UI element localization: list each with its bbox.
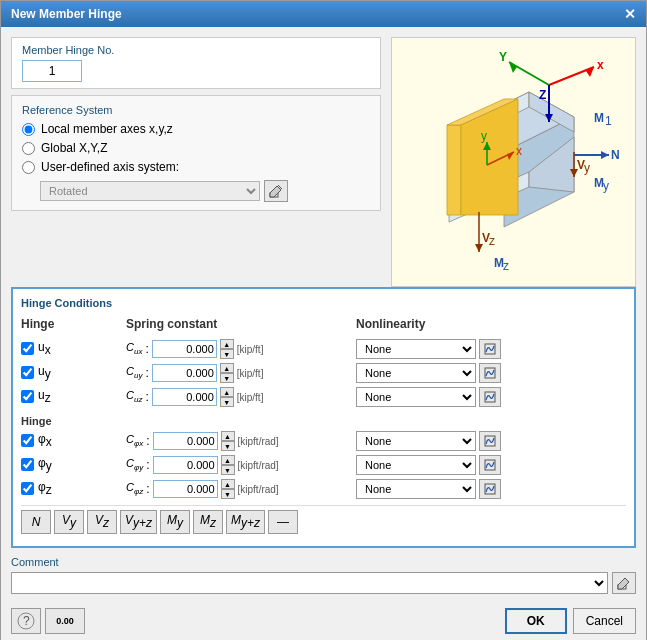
toolbar-btn-Vy[interactable]: Vy <box>54 510 84 534</box>
spin-phix-up[interactable]: ▲ <box>221 431 235 441</box>
value-phiz[interactable] <box>153 480 218 498</box>
member-hinge-group: Member Hinge No. 1 <box>11 37 381 89</box>
spin-phiy-up[interactable]: ▲ <box>221 455 235 465</box>
spin-phiz: ▲ ▼ <box>221 479 235 499</box>
spin-uz-up[interactable]: ▲ <box>220 387 234 397</box>
nl-btn-phiz[interactable] <box>479 479 501 499</box>
nl-dropdown-uz[interactable]: None <box>356 387 476 407</box>
svg-text:1: 1 <box>605 114 612 128</box>
row-ux: ux Cux : ▲ ▼ [kip/ft] None <box>21 339 626 359</box>
value-btn[interactable]: 0.00 <box>45 608 85 634</box>
spin-phiy-down[interactable]: ▼ <box>221 465 235 475</box>
checkbox-uz[interactable] <box>21 390 34 403</box>
nl-btn-phiy[interactable] <box>479 455 501 475</box>
value-ux[interactable] <box>152 340 217 358</box>
radio-global-input[interactable] <box>22 142 35 155</box>
checkbox-uy[interactable] <box>21 366 34 379</box>
svg-text:x: x <box>597 58 604 72</box>
value-uy[interactable] <box>152 364 217 382</box>
radio-global[interactable]: Global X,Y,Z <box>22 141 370 155</box>
function-icon-uy <box>484 367 496 379</box>
radio-group: Local member axes x,y,z Global X,Y,Z Use… <box>22 122 370 174</box>
toolbar-btn-dash[interactable]: — <box>268 510 298 534</box>
check-phix[interactable]: φx <box>21 432 126 449</box>
spin-uz-down[interactable]: ▼ <box>220 397 234 407</box>
check-ux[interactable]: ux <box>21 340 126 357</box>
coeff-phix: Cφx <box>126 433 143 448</box>
value-phiy[interactable] <box>153 456 218 474</box>
axis-system-dropdown[interactable]: Rotated <box>40 181 260 201</box>
check-phiy[interactable]: φy <box>21 456 126 473</box>
nl-btn-ux[interactable] <box>479 339 501 359</box>
nl-dropdown-ux[interactable]: None <box>356 339 476 359</box>
spin-ux-down[interactable]: ▼ <box>220 349 234 359</box>
nl-dropdown-phiy[interactable]: None <box>356 455 476 475</box>
radio-user[interactable]: User-defined axis system: <box>22 160 370 174</box>
checkbox-phiy[interactable] <box>21 458 34 471</box>
coeff-phiz: Cφz <box>126 481 143 496</box>
spring-phiy: Cφy : ▲ ▼ [kipft/rad] <box>126 455 356 475</box>
check-phiz[interactable]: φz <box>21 480 126 497</box>
label-phiy: φy <box>38 456 52 473</box>
toolbar-btn-VyVz[interactable]: Vy+z <box>120 510 157 534</box>
close-button[interactable]: ✕ <box>624 7 636 21</box>
spin-uz: ▲ ▼ <box>220 387 234 407</box>
svg-text:x: x <box>516 144 522 158</box>
checkbox-ux[interactable] <box>21 342 34 355</box>
row-phix: φx Cφx : ▲ ▼ [kipft/rad] None <box>21 431 626 451</box>
info-btn[interactable]: ? <box>11 608 41 634</box>
header-hinge: Hinge <box>21 317 126 331</box>
hinge-table-headers: Hinge Spring constant Nonlinearity <box>21 317 626 334</box>
spin-phiz-down[interactable]: ▼ <box>221 489 235 499</box>
check-uz[interactable]: uz <box>21 388 126 405</box>
spin-uy-up[interactable]: ▲ <box>220 363 234 373</box>
comment-edit-btn[interactable] <box>612 572 636 594</box>
spin-phiz-up[interactable]: ▲ <box>221 479 235 489</box>
dialog-body: Member Hinge No. 1 Reference System Loca… <box>1 27 646 640</box>
nl-dropdown-phix[interactable]: None <box>356 431 476 451</box>
spin-uy-down[interactable]: ▼ <box>220 373 234 383</box>
nl-btn-phix[interactable] <box>479 431 501 451</box>
checkbox-phiz[interactable] <box>21 482 34 495</box>
checkbox-phix[interactable] <box>21 434 34 447</box>
label-uz: uz <box>38 388 51 405</box>
toolbar-btn-Vz[interactable]: Vz <box>87 510 117 534</box>
nl-btn-uy[interactable] <box>479 363 501 383</box>
nl-phiy: None <box>356 455 626 475</box>
spring-uz: Cuz : ▲ ▼ [kip/ft] <box>126 387 356 407</box>
dialog-title: New Member Hinge <box>11 7 122 21</box>
comment-edit-icon <box>617 576 631 590</box>
toolbar-btn-MyMz[interactable]: My+z <box>226 510 265 534</box>
toolbar-btn-Mz[interactable]: Mz <box>193 510 223 534</box>
radio-local-input[interactable] <box>22 123 35 136</box>
header-nonlinearity: Nonlinearity <box>356 317 626 331</box>
member-hinge-input[interactable]: 1 <box>22 60 82 82</box>
radio-local[interactable]: Local member axes x,y,z <box>22 122 370 136</box>
spin-ux-up[interactable]: ▲ <box>220 339 234 349</box>
toolbar-btn-My[interactable]: My <box>160 510 190 534</box>
ok-button[interactable]: OK <box>505 608 567 634</box>
unit-uy: [kip/ft] <box>237 368 264 379</box>
toolbar-btn-N[interactable]: N <box>21 510 51 534</box>
user-axis-dropdown-row: Rotated <box>40 180 370 202</box>
cancel-button[interactable]: Cancel <box>573 608 636 634</box>
nl-btn-uz[interactable] <box>479 387 501 407</box>
comment-dropdown[interactable] <box>11 572 608 594</box>
value-uz[interactable] <box>152 388 217 406</box>
svg-text:Z: Z <box>539 88 546 102</box>
nl-dropdown-phiz[interactable]: None <box>356 479 476 499</box>
svg-text:?: ? <box>23 614 30 628</box>
unit-phiz: [kipft/rad] <box>238 484 279 495</box>
reference-system-group: Reference System Local member axes x,y,z… <box>11 95 381 211</box>
svg-text:M: M <box>594 111 604 125</box>
nl-dropdown-uy[interactable]: None <box>356 363 476 383</box>
axis-system-icon-btn[interactable] <box>264 180 288 202</box>
radio-user-input[interactable] <box>22 161 35 174</box>
bottom-right-buttons: OK Cancel <box>505 608 636 634</box>
spin-phix-down[interactable]: ▼ <box>221 441 235 451</box>
left-panel: Member Hinge No. 1 Reference System Loca… <box>11 37 381 217</box>
svg-text:z: z <box>503 259 509 273</box>
check-uy[interactable]: uy <box>21 364 126 381</box>
value-phix[interactable] <box>153 432 218 450</box>
radio-global-label: Global X,Y,Z <box>41 141 107 155</box>
